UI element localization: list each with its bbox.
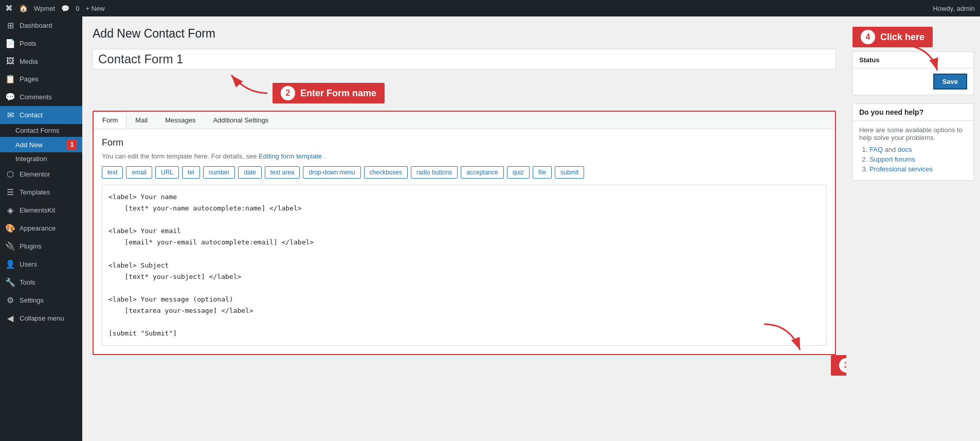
tag-acceptance[interactable]: acceptance xyxy=(461,166,503,179)
collapse-icon: ◀ xyxy=(5,313,15,323)
appearance-icon: 🎨 xyxy=(5,223,15,233)
annotation-step4: 4 Click here xyxy=(852,27,933,47)
form-code-editor[interactable]: <label> Your name [text* your-name autoc… xyxy=(102,185,827,346)
sidebar-item-label: Tools xyxy=(20,278,35,286)
elementskit-icon: ◈ xyxy=(5,205,15,215)
dashboard-icon: ⊞ xyxy=(5,21,15,30)
elementor-icon: ⬡ xyxy=(5,169,15,179)
content-area: Add New Contact Form xyxy=(82,16,846,441)
sidebar-sub-label: Contact Forms xyxy=(15,127,59,134)
right-sidebar: 4 Click here Status Save xyxy=(846,16,980,441)
status-content: Save xyxy=(853,68,973,95)
docs-link[interactable]: docs xyxy=(898,146,912,153)
sidebar-item-templates[interactable]: ☰ Templates xyxy=(0,183,82,201)
page-title: Add New Contact Form xyxy=(93,27,836,41)
tag-email[interactable]: email xyxy=(126,166,152,179)
tag-radio[interactable]: radio buttons xyxy=(411,166,458,179)
sidebar-item-tools[interactable]: 🔧 Tools xyxy=(0,273,82,291)
tag-number[interactable]: number xyxy=(203,166,235,179)
step4-label: Click here xyxy=(880,32,924,43)
sidebar-item-comments[interactable]: 💬 Comments xyxy=(0,88,82,106)
plugins-icon: 🔌 xyxy=(5,241,15,251)
help-title: Do you need help? xyxy=(853,104,973,121)
sidebar-item-integration[interactable]: Integration xyxy=(0,152,82,165)
sidebar-item-add-new[interactable]: Add New 1 xyxy=(0,137,82,152)
tag-dropdown[interactable]: drop-down menu xyxy=(303,166,360,179)
sidebar-item-settings[interactable]: ⚙ Settings xyxy=(0,291,82,309)
tag-submit[interactable]: submit xyxy=(555,166,584,179)
sidebar-item-media[interactable]: 🖼 Media xyxy=(0,52,82,70)
sidebar-item-plugins[interactable]: 🔌 Plugins xyxy=(0,237,82,255)
pages-icon: 📋 xyxy=(5,74,15,84)
tab-mail[interactable]: Mail xyxy=(126,112,156,129)
help-content: Here are some available options to help … xyxy=(853,121,973,180)
help-description: Here are some available options to help … xyxy=(859,126,967,142)
sidebar: ⊞ Dashboard 📄 Posts 🖼 Media 📋 Pages 💬 Co… xyxy=(0,16,82,441)
sidebar-item-label: Elementor xyxy=(20,170,50,178)
add-new-badge: 1 xyxy=(67,139,77,150)
status-box: Status Save xyxy=(852,51,974,95)
integration-label: Integration xyxy=(15,155,47,163)
sidebar-item-users[interactable]: 👤 Users xyxy=(0,255,82,273)
sidebar-item-label: Media xyxy=(20,58,38,65)
wp-logo-icon: ✖ xyxy=(5,3,13,14)
support-forums-link[interactable]: Support forums xyxy=(869,155,915,163)
tag-buttons-row: text email URL tel number date text area… xyxy=(102,166,827,179)
sidebar-item-pages[interactable]: 📋 Pages xyxy=(0,70,82,88)
sidebar-item-label: Appearance xyxy=(20,224,56,232)
tag-checkboxes[interactable]: checkboxes xyxy=(364,166,408,179)
faq-link[interactable]: FAQ xyxy=(869,146,883,153)
sidebar-item-contact-forms[interactable]: Contact Forms xyxy=(0,124,82,137)
sidebar-item-label: Comments xyxy=(20,93,52,101)
add-new-label: Add New xyxy=(15,141,43,149)
sidebar-item-collapse[interactable]: ◀ Collapse menu xyxy=(0,309,82,327)
settings-icon: ⚙ xyxy=(5,295,15,305)
new-link[interactable]: + New xyxy=(85,5,104,12)
tag-text[interactable]: text xyxy=(102,166,123,179)
comments-icon[interactable]: 💬 xyxy=(61,5,69,12)
site-home-icon: 🏠 xyxy=(19,4,28,12)
tag-quiz[interactable]: quiz xyxy=(507,166,530,179)
tools-icon: 🔧 xyxy=(5,277,15,287)
tag-textarea[interactable]: text area xyxy=(265,166,300,179)
tab-content-form: Form You can edit the form template here… xyxy=(94,129,835,354)
professional-services-link[interactable]: Professional services xyxy=(869,165,933,173)
tag-date[interactable]: date xyxy=(238,166,261,179)
tabs-nav: Form Mail Messages Additional Settings xyxy=(94,112,835,129)
form-section-description: You can edit the form template here. For… xyxy=(102,152,827,160)
form-section-title: Form xyxy=(102,137,827,148)
site-name[interactable]: Wpmet xyxy=(34,5,55,12)
tab-messages[interactable]: Messages xyxy=(156,112,204,129)
sidebar-item-elementskit[interactable]: ◈ ElementsKit xyxy=(0,201,82,219)
help-link-support-item: Support forums xyxy=(869,155,967,163)
sidebar-item-label: ElementsKit xyxy=(20,206,55,214)
help-link-faq-item: FAQ and docs xyxy=(869,146,967,153)
media-icon: 🖼 xyxy=(5,57,15,66)
form-name-input[interactable] xyxy=(93,49,836,69)
posts-icon: 📄 xyxy=(5,39,15,48)
tab-form[interactable]: Form xyxy=(94,112,126,129)
sidebar-item-elementor[interactable]: ⬡ Elementor xyxy=(0,165,82,183)
editing-template-link[interactable]: Editing form template xyxy=(259,152,322,160)
templates-icon: ☰ xyxy=(5,187,15,197)
sidebar-item-label: Posts xyxy=(20,40,37,47)
tag-file[interactable]: file xyxy=(533,166,552,179)
sidebar-item-posts[interactable]: 📄 Posts xyxy=(0,34,82,52)
step3-number: 3 xyxy=(839,358,846,373)
howdy-text: Howdy, admin xyxy=(933,5,975,12)
sidebar-item-label: Dashboard xyxy=(20,22,52,29)
sidebar-item-appearance[interactable]: 🎨 Appearance xyxy=(0,219,82,237)
tag-url[interactable]: URL xyxy=(155,166,179,179)
tab-additional-settings[interactable]: Additional Settings xyxy=(204,112,277,129)
comments-icon: 💬 xyxy=(5,92,15,102)
tag-tel[interactable]: tel xyxy=(182,166,200,179)
tabs-container: Form Mail Messages Additional Settings F… xyxy=(93,111,836,355)
sidebar-item-label: Templates xyxy=(20,188,50,196)
sidebar-item-contact[interactable]: ✉ Contact xyxy=(0,106,82,124)
admin-bar: ✖ 🏠 Wpmet 💬 0 + New Howdy, admin xyxy=(0,0,980,16)
sidebar-item-dashboard[interactable]: ⊞ Dashboard xyxy=(0,16,82,34)
step4-number: 4 xyxy=(861,30,875,44)
save-button[interactable]: Save xyxy=(933,74,967,90)
sidebar-item-label: Users xyxy=(20,260,37,268)
comments-count: 0 xyxy=(76,5,79,12)
